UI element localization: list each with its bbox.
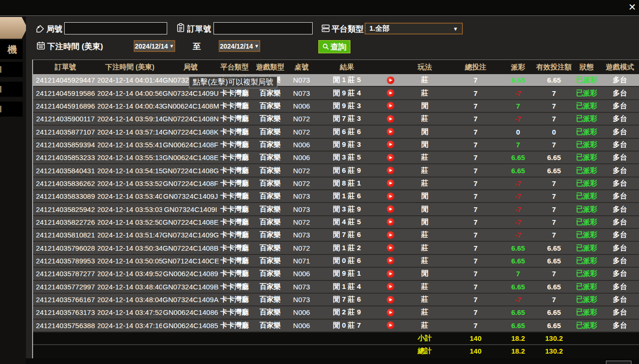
play-type-cell: 莊 [400,306,450,318]
table-row[interactable]: 241214035825942 2024-12-14 03:53:03 GN07… [33,203,639,216]
table-row[interactable]: 241214035789953 2024-12-14 03:50:05 GN07… [33,255,639,268]
play-video-icon[interactable]: ▶ [387,244,394,252]
play-video-icon[interactable]: ▶ [387,115,394,123]
game-no-cell[interactable]: GN07224C1408K [162,126,219,137]
date-from-select[interactable]: 2024/12/14 ▼ [134,40,175,52]
play-video-icon[interactable]: ▶ [387,283,394,290]
game-no-cell[interactable]: GN07324C1409J [162,190,219,202]
date-to-select[interactable]: 2024/12/14 ▼ [219,40,260,52]
bet-time-label: 下注時間 (美東) [47,41,103,52]
game-no-cell[interactable]: GN07224C1408N [162,113,219,125]
game-no-cell[interactable]: GN07224C1408E [162,216,219,228]
table-no-cell: N072 [290,178,313,189]
video-cell: ▶ [381,216,400,228]
game-no-cell[interactable]: GN00624C14086 [162,306,219,318]
total-bet-cell: 7 [450,216,502,228]
play-video-icon[interactable]: ▶ [387,205,394,213]
payout-cell: -7 [502,229,535,241]
game-no-label: 局號 [46,24,62,34]
game-no-cell[interactable]: GN07124C140CE [162,255,219,267]
game-no-cell[interactable]: GN00624C14089 [162,268,219,279]
table-row[interactable]: 241214035840431 2024-12-14 03:54:15 GN07… [33,164,639,177]
table-row[interactable]: 241214035859394 2024-12-14 03:55:41 GN00… [33,139,639,152]
table-row[interactable]: 241214035822726 2024-12-14 03:52:50 GN07… [33,216,639,229]
play-video-icon[interactable]: ▶ [387,218,394,226]
game-no-cell[interactable]: GN00624C1408E [162,152,219,163]
valid-bet-cell: 7 [535,229,573,241]
video-cell: ▶ [381,255,400,267]
game-no-cell[interactable]: GN07324C1409A [162,294,219,305]
game-no-cell[interactable]: GN07224C1408G [162,164,219,176]
video-cell: ▶ [381,229,400,241]
status-cell: 已派彩 [573,164,600,176]
bet-time-cell: 2024-12-14 03:57:14 [98,126,162,137]
play-video-icon[interactable]: ▶ [387,231,394,239]
sidebar-item[interactable] [0,82,23,97]
game-no-cell[interactable]: GN07324C1409I [162,203,219,215]
game-no-input[interactable] [64,22,167,34]
order-no-cell: 241214035810821 [33,229,98,241]
game-no-cell[interactable]: GN07324C1409U [162,87,219,99]
col-platform: 平台類型 [219,60,250,74]
close-icon[interactable]: ✕ [628,1,636,13]
table-row[interactable]: 241214035763173 2024-12-14 03:47:52 GN00… [33,306,639,319]
sidebar-item-machine[interactable]: 機 [0,40,23,59]
play-video-icon[interactable]: ▶ [387,102,394,110]
play-video-icon[interactable]: ▶ [387,309,394,316]
bet-history-dialog: 局號 訂單號 平台類型 1.全部 ▼ 下注時間 (美東) 2024/12/14 … [26,17,639,364]
play-type-cell: 莊 [400,87,450,99]
play-video-icon[interactable]: ▶ [387,257,394,264]
play-video-icon[interactable]: ▶ [387,270,394,278]
platform-type-select[interactable]: 1.全部 ▼ [365,23,463,34]
game-no-cell[interactable]: GN00624C1408M [162,100,219,112]
table-row[interactable]: 241214035766167 2024-12-14 03:48:04 GN07… [33,294,639,306]
play-video-icon[interactable]: ▶ [387,76,394,84]
play-video-icon[interactable]: ▶ [387,179,394,187]
table-row[interactable]: 241214035900117 2024-12-14 03:59:14 GN07… [33,113,639,126]
search-button[interactable]: 查詢 [318,40,350,53]
table-row[interactable]: 241214035772997 2024-12-14 03:48:40 GN07… [33,281,639,294]
table-row[interactable]: 241214035853233 2024-12-14 03:55:13 GN00… [33,152,639,164]
game-no-cell[interactable]: GN00624C14085 [162,320,219,331]
table-row[interactable]: 241214035810821 2024-12-14 03:51:47 GN07… [33,229,639,242]
play-video-icon[interactable]: ▶ [387,193,394,200]
order-no-input[interactable] [213,22,313,34]
game-no-cell[interactable]: GN00624C1408F [162,139,219,151]
table-row[interactable]: 241214045919586 2024-12-14 04:00:56 GN07… [33,87,639,100]
play-video-icon[interactable]: ▶ [387,296,394,304]
total-bet-cell: 7 [450,87,502,99]
table-header: 訂單號 下注時間 (美東) 局號 平台類型 遊戲類型 桌號 結果 玩法 總投注 … [33,60,639,74]
total-payout: 18.2 [502,345,535,357]
play-video-icon[interactable]: ▶ [387,89,394,97]
sidebar-item[interactable] [0,62,23,77]
table-row[interactable]: 241214035877107 2024-12-14 03:57:14 GN07… [33,126,639,138]
platform-cell: 卡卡灣廳 [219,320,250,331]
sidebar-item[interactable] [0,102,23,117]
table-row[interactable]: 241214035787277 2024-12-14 03:49:52 GN00… [33,268,639,280]
table-row[interactable]: 241214035833089 2024-12-14 03:53:40 GN07… [33,190,639,203]
play-video-icon[interactable]: ▶ [387,154,394,161]
play-video-icon[interactable]: ▶ [387,167,394,174]
play-video-icon[interactable]: ▶ [387,128,394,135]
play-video-icon[interactable]: ▶ [387,141,394,148]
table-row[interactable]: 241214045929447 2024-12-14 04:01:44 GN07… [33,74,639,87]
bet-time-cell: 2024-12-14 04:00:43 [98,100,162,112]
sidebar-active-tab[interactable] [0,17,27,39]
table-row[interactable]: 241214035796028 2024-12-14 03:50:34 GN07… [33,242,639,254]
order-no-cell: 241214035787277 [33,268,98,279]
game-no-cell[interactable]: GN07224C1408B [162,242,219,254]
table-row[interactable]: 241214045916896 2024-12-14 04:00:43 GN00… [33,100,639,113]
game-type-cell: 百家樂 [250,203,290,215]
result-cell: 閒 7 莊 6 [313,229,381,241]
table-row[interactable]: 241214035836262 2024-12-14 03:53:52 GN07… [33,178,639,190]
status-cell: 已派彩 [573,281,600,293]
game-no-cell[interactable]: GN07224C1408F [162,178,219,189]
table-row[interactable]: 241214035756388 2024-12-14 03:47:16 GN00… [33,320,639,332]
play-video-icon[interactable]: ▶ [387,322,394,329]
table-no-cell: N006 [290,139,313,151]
game-no-cell[interactable]: GN07324C1409G [162,229,219,241]
table-no-cell: N072 [290,126,313,137]
game-no-cell[interactable]: GN07324C1409B [162,281,219,293]
col-table-no: 桌號 [290,60,313,74]
video-cell: ▶ [381,190,400,202]
